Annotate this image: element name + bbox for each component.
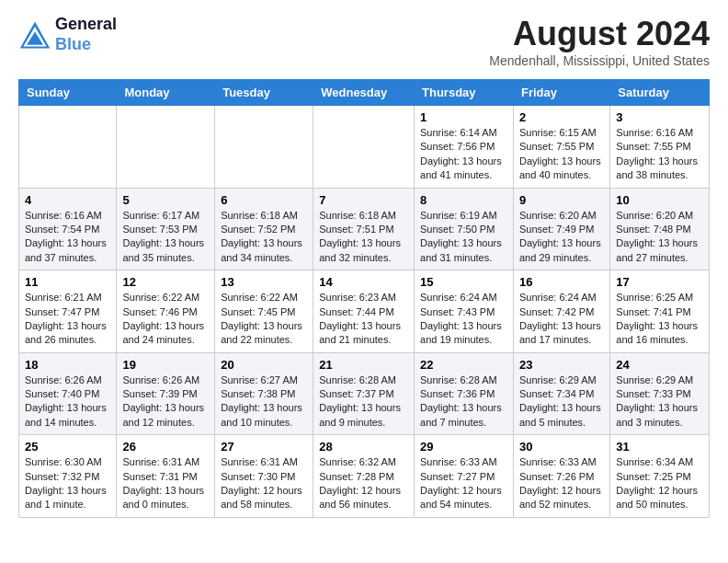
- calendar-cell: 4Sunrise: 6:16 AMSunset: 7:54 PMDaylight…: [19, 188, 117, 270]
- day-header-friday: Friday: [513, 80, 609, 106]
- month-year: August 2024: [489, 15, 710, 53]
- day-number: 25: [25, 440, 110, 454]
- day-header-tuesday: Tuesday: [215, 80, 313, 106]
- day-info: Sunrise: 6:18 AMSunset: 7:52 PMDaylight:…: [221, 209, 307, 266]
- day-header-thursday: Thursday: [415, 80, 514, 106]
- calendar-cell: 2Sunrise: 6:15 AMSunset: 7:55 PMDaylight…: [513, 106, 609, 189]
- calendar-cell: 8Sunrise: 6:19 AMSunset: 7:50 PMDaylight…: [415, 188, 514, 270]
- day-number: 26: [122, 440, 209, 454]
- calendar-cell: 21Sunrise: 6:28 AMSunset: 7:37 PMDayligh…: [313, 352, 415, 435]
- day-info: Sunrise: 6:15 AMSunset: 7:55 PMDaylight:…: [519, 126, 604, 183]
- calendar-cell: [313, 106, 415, 189]
- day-info: Sunrise: 6:21 AMSunset: 7:47 PMDaylight:…: [25, 291, 110, 348]
- calendar-cell: 6Sunrise: 6:18 AMSunset: 7:52 PMDaylight…: [215, 188, 313, 270]
- day-number: 24: [616, 358, 703, 372]
- day-info: Sunrise: 6:29 AMSunset: 7:33 PMDaylight:…: [616, 373, 703, 431]
- day-number: 17: [616, 275, 703, 289]
- calendar-cell: 23Sunrise: 6:29 AMSunset: 7:34 PMDayligh…: [513, 352, 609, 435]
- title-block: August 2024 Mendenhall, Mississippi, Uni…: [489, 15, 710, 68]
- day-number: 14: [319, 275, 408, 289]
- day-info: Sunrise: 6:17 AMSunset: 7:53 PMDaylight:…: [122, 209, 209, 266]
- day-number: 4: [25, 193, 110, 207]
- calendar-cell: 11Sunrise: 6:21 AMSunset: 7:47 PMDayligh…: [19, 270, 117, 353]
- day-number: 29: [420, 440, 507, 454]
- day-number: 9: [519, 193, 604, 207]
- calendar-cell: 19Sunrise: 6:26 AMSunset: 7:39 PMDayligh…: [117, 352, 215, 435]
- calendar-cell: 14Sunrise: 6:23 AMSunset: 7:44 PMDayligh…: [313, 270, 415, 353]
- calendar-week-1: 1Sunrise: 6:14 AMSunset: 7:56 PMDaylight…: [19, 106, 710, 189]
- calendar-cell: 26Sunrise: 6:31 AMSunset: 7:31 PMDayligh…: [117, 435, 215, 518]
- calendar-cell: 27Sunrise: 6:31 AMSunset: 7:30 PMDayligh…: [215, 435, 313, 518]
- day-info: Sunrise: 6:32 AMSunset: 7:28 PMDaylight:…: [319, 455, 408, 512]
- day-number: 19: [122, 358, 209, 372]
- day-header-sunday: Sunday: [19, 80, 117, 106]
- day-number: 2: [519, 110, 604, 124]
- day-info: Sunrise: 6:33 AMSunset: 7:26 PMDaylight:…: [519, 455, 604, 512]
- calendar-week-2: 4Sunrise: 6:16 AMSunset: 7:54 PMDaylight…: [19, 188, 710, 270]
- calendar-cell: 30Sunrise: 6:33 AMSunset: 7:26 PMDayligh…: [513, 435, 609, 518]
- logo-text: General Blue: [55, 15, 117, 54]
- calendar-cell: 25Sunrise: 6:30 AMSunset: 7:32 PMDayligh…: [19, 435, 117, 518]
- day-number: 1: [420, 110, 507, 124]
- day-number: 21: [319, 358, 408, 372]
- logo: General Blue: [18, 15, 117, 54]
- calendar-cell: 22Sunrise: 6:28 AMSunset: 7:36 PMDayligh…: [415, 352, 514, 435]
- day-info: Sunrise: 6:14 AMSunset: 7:56 PMDaylight:…: [420, 126, 507, 183]
- day-info: Sunrise: 6:16 AMSunset: 7:54 PMDaylight:…: [25, 209, 110, 266]
- calendar-cell: 9Sunrise: 6:20 AMSunset: 7:49 PMDaylight…: [513, 188, 609, 270]
- day-info: Sunrise: 6:19 AMSunset: 7:50 PMDaylight:…: [420, 209, 507, 266]
- calendar-cell: 12Sunrise: 6:22 AMSunset: 7:46 PMDayligh…: [117, 270, 215, 353]
- day-info: Sunrise: 6:23 AMSunset: 7:44 PMDaylight:…: [319, 291, 408, 348]
- day-number: 27: [221, 440, 307, 454]
- calendar-table: SundayMondayTuesdayWednesdayThursdayFrid…: [18, 79, 710, 518]
- day-info: Sunrise: 6:27 AMSunset: 7:38 PMDaylight:…: [221, 373, 307, 431]
- day-info: Sunrise: 6:24 AMSunset: 7:43 PMDaylight:…: [420, 291, 507, 348]
- day-info: Sunrise: 6:24 AMSunset: 7:42 PMDaylight:…: [519, 291, 604, 348]
- calendar-cell: [215, 106, 313, 189]
- day-info: Sunrise: 6:20 AMSunset: 7:48 PMDaylight:…: [616, 209, 703, 266]
- day-info: Sunrise: 6:29 AMSunset: 7:34 PMDaylight:…: [519, 373, 604, 431]
- day-number: 30: [519, 440, 604, 454]
- calendar-cell: 31Sunrise: 6:34 AMSunset: 7:25 PMDayligh…: [610, 435, 710, 518]
- day-number: 23: [519, 358, 604, 372]
- calendar-cell: 15Sunrise: 6:24 AMSunset: 7:43 PMDayligh…: [415, 270, 514, 353]
- day-number: 13: [221, 275, 307, 289]
- day-info: Sunrise: 6:18 AMSunset: 7:51 PMDaylight:…: [319, 209, 408, 266]
- location: Mendenhall, Mississippi, United States: [489, 53, 710, 68]
- day-number: 10: [616, 193, 703, 207]
- calendar-cell: 7Sunrise: 6:18 AMSunset: 7:51 PMDaylight…: [313, 188, 415, 270]
- header: General Blue August 2024 Mendenhall, Mis…: [18, 15, 710, 68]
- day-number: 7: [319, 193, 408, 207]
- day-header-saturday: Saturday: [610, 80, 710, 106]
- calendar-cell: 16Sunrise: 6:24 AMSunset: 7:42 PMDayligh…: [513, 270, 609, 353]
- day-info: Sunrise: 6:34 AMSunset: 7:25 PMDaylight:…: [616, 455, 703, 512]
- day-info: Sunrise: 6:22 AMSunset: 7:46 PMDaylight:…: [122, 291, 209, 348]
- calendar-cell: 13Sunrise: 6:22 AMSunset: 7:45 PMDayligh…: [215, 270, 313, 353]
- day-number: 16: [519, 275, 604, 289]
- day-info: Sunrise: 6:28 AMSunset: 7:37 PMDaylight:…: [319, 373, 408, 431]
- calendar-cell: 24Sunrise: 6:29 AMSunset: 7:33 PMDayligh…: [610, 352, 710, 435]
- day-number: 15: [420, 275, 507, 289]
- calendar-cell: 1Sunrise: 6:14 AMSunset: 7:56 PMDaylight…: [415, 106, 514, 189]
- day-number: 11: [25, 275, 110, 289]
- day-number: 28: [319, 440, 408, 454]
- day-header-wednesday: Wednesday: [313, 80, 415, 106]
- day-number: 12: [122, 275, 209, 289]
- day-info: Sunrise: 6:26 AMSunset: 7:39 PMDaylight:…: [122, 373, 209, 431]
- day-number: 8: [420, 193, 507, 207]
- day-number: 5: [122, 193, 209, 207]
- day-info: Sunrise: 6:33 AMSunset: 7:27 PMDaylight:…: [420, 455, 507, 512]
- calendar-cell: 10Sunrise: 6:20 AMSunset: 7:48 PMDayligh…: [610, 188, 710, 270]
- calendar-cell: 17Sunrise: 6:25 AMSunset: 7:41 PMDayligh…: [610, 270, 710, 353]
- calendar-cell: 18Sunrise: 6:26 AMSunset: 7:40 PMDayligh…: [19, 352, 117, 435]
- day-info: Sunrise: 6:28 AMSunset: 7:36 PMDaylight:…: [420, 373, 507, 431]
- day-info: Sunrise: 6:31 AMSunset: 7:30 PMDaylight:…: [221, 455, 307, 512]
- calendar-cell: 3Sunrise: 6:16 AMSunset: 7:55 PMDaylight…: [610, 106, 710, 189]
- day-info: Sunrise: 6:30 AMSunset: 7:32 PMDaylight:…: [25, 455, 110, 512]
- calendar-week-5: 25Sunrise: 6:30 AMSunset: 7:32 PMDayligh…: [19, 435, 710, 518]
- calendar-cell: [117, 106, 215, 189]
- calendar-cell: 5Sunrise: 6:17 AMSunset: 7:53 PMDaylight…: [117, 188, 215, 270]
- day-info: Sunrise: 6:26 AMSunset: 7:40 PMDaylight:…: [25, 373, 110, 431]
- calendar-header-row: SundayMondayTuesdayWednesdayThursdayFrid…: [19, 80, 710, 106]
- day-number: 22: [420, 358, 507, 372]
